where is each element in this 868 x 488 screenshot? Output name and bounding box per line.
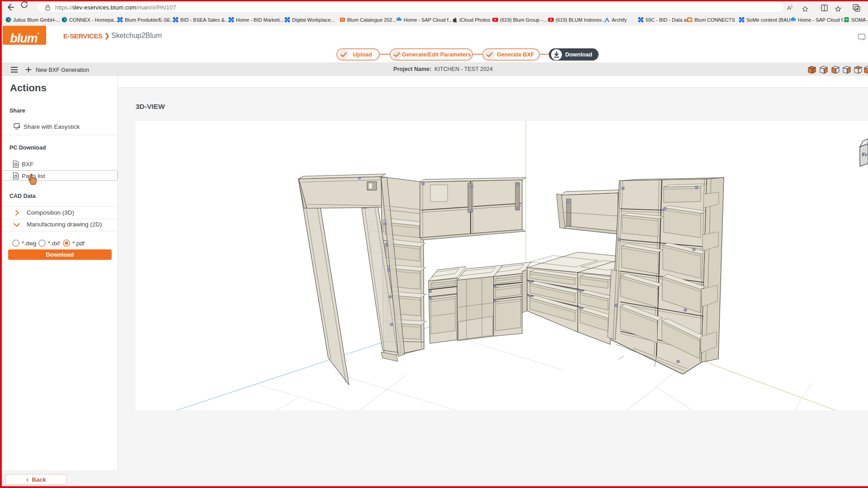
svg-text:Fr: Fr xyxy=(862,152,868,157)
